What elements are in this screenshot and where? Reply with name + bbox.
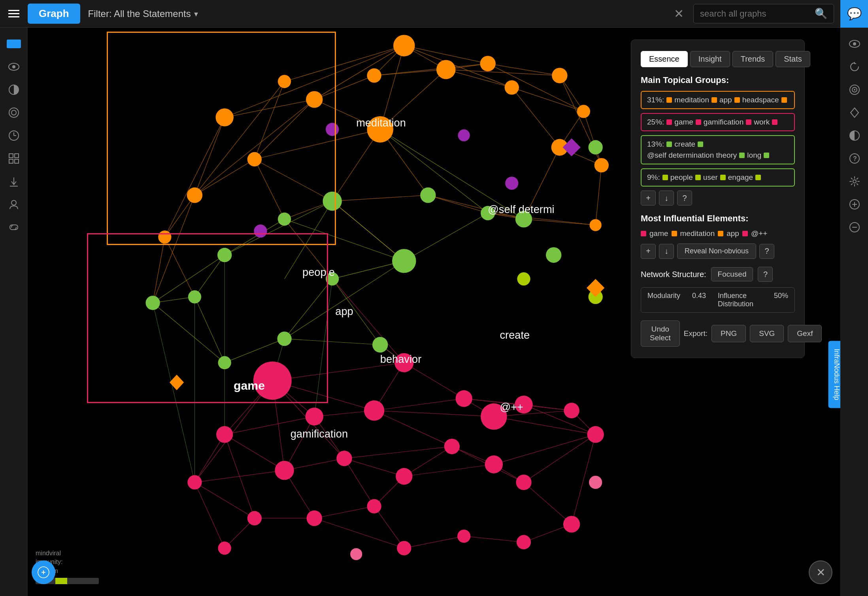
group-item-2[interactable]: 25%: game gamification work <box>641 113 795 131</box>
group-1-color-3 <box>734 97 740 103</box>
sidebar-item-user[interactable] <box>4 194 24 214</box>
group-2-color-1 <box>666 119 672 125</box>
search-bar: 🔍 <box>693 4 834 23</box>
network-badge: Focused <box>711 267 753 281</box>
inf-add-button[interactable]: + <box>641 244 656 259</box>
search-icon: 🔍 <box>815 8 827 20</box>
graph-area[interactable]: meditation @self determi people app crea… <box>28 28 840 596</box>
group-down-button[interactable]: ↓ <box>659 190 674 206</box>
inf-help-button[interactable]: ? <box>759 244 774 259</box>
svg-line-56 <box>512 87 560 147</box>
svg-point-201 <box>254 224 267 238</box>
export-gexf-button[interactable]: Gexf <box>788 325 822 342</box>
sidebar-item-circle-outline[interactable] <box>4 103 24 123</box>
undo-select-button[interactable]: Undo Select <box>641 321 680 347</box>
tab-stats[interactable]: Stats <box>776 51 810 67</box>
svg-line-83 <box>380 129 488 213</box>
group-add-button[interactable]: + <box>641 190 656 206</box>
export-png-button[interactable]: PNG <box>711 325 746 342</box>
sidebar-right-refresh[interactable] <box>845 57 864 77</box>
network-help-button[interactable]: ? <box>758 267 773 282</box>
group-4-kw-1: people <box>670 173 693 182</box>
sidebar-right-contrast[interactable] <box>845 126 864 145</box>
inf-down-button[interactable]: ↓ <box>659 244 674 259</box>
group-item-1[interactable]: 31%: meditation app headspace <box>641 91 795 109</box>
user-icon <box>8 199 19 210</box>
svg-line-91 <box>332 201 404 261</box>
svg-line-155 <box>404 536 464 548</box>
svg-point-16 <box>853 42 856 45</box>
reveal-nonobvious-button[interactable]: Reveal Non-obvious <box>677 243 756 259</box>
group-1-color-4 <box>781 97 787 103</box>
sidebar-right-plus[interactable] <box>845 194 864 214</box>
group-3-kw-2: @self determination theory <box>647 151 737 160</box>
modularity-label: Modularity <box>647 292 680 308</box>
svg-point-206 <box>216 426 233 443</box>
search-input[interactable] <box>700 9 811 19</box>
group-help-button[interactable]: ? <box>677 190 692 206</box>
chat-bottom-button[interactable] <box>32 560 55 584</box>
svg-line-39 <box>195 100 315 195</box>
close-bottom-button[interactable]: ✕ <box>809 560 832 584</box>
sidebar-right-settings[interactable] <box>845 172 864 191</box>
svg-point-205 <box>306 407 323 425</box>
chat-button[interactable]: 💬 <box>840 0 868 28</box>
sidebar-item-eye[interactable] <box>4 57 24 77</box>
svg-rect-8 <box>9 154 13 158</box>
sidebar-right-target[interactable] <box>845 80 864 100</box>
group-2-kw-3: work <box>754 118 770 126</box>
circle-outline-icon <box>8 107 19 118</box>
sidebar-right-eye[interactable] <box>845 34 864 54</box>
sidebar-item-circle-half[interactable] <box>4 80 24 100</box>
network-structure-row: Network Structure: Focused ? <box>641 267 795 282</box>
svg-point-4 <box>11 110 16 115</box>
inf-color-3 <box>718 231 723 236</box>
topical-groups-title: Main Topical Groups: <box>641 75 795 85</box>
svg-point-188 <box>188 290 201 304</box>
sidebar-right-question[interactable]: ? <box>845 149 864 168</box>
svg-point-227 <box>457 530 470 543</box>
sidebar-item-clock[interactable] <box>4 126 24 145</box>
group-3-percent: 13%: <box>647 140 664 149</box>
svg-marker-232 <box>170 375 184 390</box>
group-item-4[interactable]: 9%: people user engage <box>641 168 795 187</box>
group-4-color-2 <box>695 175 701 180</box>
eye-right-icon <box>849 40 860 48</box>
svg-line-93 <box>285 219 404 261</box>
group-item-3[interactable]: 13%: create @self determination theory l… <box>641 135 795 164</box>
svg-point-19 <box>854 89 855 91</box>
inf-kw-1: game <box>649 229 668 238</box>
svg-point-186 <box>278 213 291 226</box>
svg-line-117 <box>374 411 452 447</box>
export-label: Export: <box>684 329 708 338</box>
filter-dropdown[interactable]: Filter: All the Statements ▾ <box>88 8 198 19</box>
sidebar-item-grid[interactable] <box>4 149 24 168</box>
svg-text:game: game <box>234 379 265 392</box>
close-button[interactable]: ✕ <box>674 7 684 21</box>
svg-point-192 <box>218 356 231 369</box>
tab-insight[interactable]: Insight <box>690 51 730 67</box>
svg-point-222 <box>218 541 231 555</box>
tab-essence[interactable]: Essence <box>641 51 688 67</box>
insight-panel: Essence Insight Trends Stats Main Topica… <box>631 40 805 358</box>
sidebar-right-diamond[interactable] <box>845 103 864 123</box>
tab-trends[interactable]: Trends <box>732 51 774 67</box>
topbar: Graph Filter: All the Statements ▾ ✕ 🔍 💬 <box>0 0 868 28</box>
inf-color-2 <box>672 231 677 236</box>
group-3-kw-1: create <box>674 140 695 149</box>
infranodus-help-tab[interactable]: InfraNodus Help <box>828 341 840 408</box>
svg-point-225 <box>563 516 580 532</box>
group-3-color-4 <box>764 153 769 158</box>
immunity-fill <box>55 578 67 584</box>
sidebar-item-download[interactable] <box>4 172 24 191</box>
svg-text:create: create <box>500 329 530 341</box>
sidebar-right-minus[interactable] <box>845 217 864 237</box>
svg-line-118 <box>404 363 464 399</box>
sidebar-item-link[interactable] <box>4 217 24 237</box>
group-controls: + ↓ ? <box>641 190 795 206</box>
export-svg-button[interactable]: SVG <box>750 325 784 342</box>
eye-icon <box>8 62 19 71</box>
sidebar-item-mini-rect[interactable] <box>4 34 24 54</box>
graph-button[interactable]: Graph <box>28 4 80 24</box>
menu-button[interactable] <box>0 0 28 28</box>
